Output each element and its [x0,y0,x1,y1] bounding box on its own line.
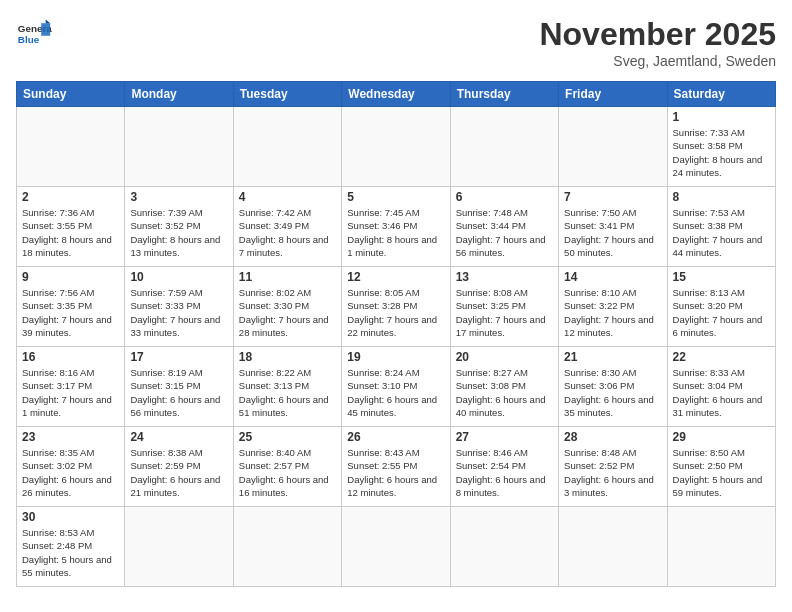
day-info: Sunrise: 7:42 AM Sunset: 3:49 PM Dayligh… [239,206,336,259]
day-number: 22 [673,350,770,364]
day-number: 27 [456,430,553,444]
calendar-week-4: 23Sunrise: 8:35 AM Sunset: 3:02 PM Dayli… [17,427,776,507]
day-number: 6 [456,190,553,204]
logo-icon: General Blue [16,16,52,52]
day-info: Sunrise: 7:39 AM Sunset: 3:52 PM Dayligh… [130,206,227,259]
calendar-cell [17,107,125,187]
title-block: November 2025 Sveg, Jaemtland, Sweden [539,16,776,69]
calendar-cell: 26Sunrise: 8:43 AM Sunset: 2:55 PM Dayli… [342,427,450,507]
calendar-cell [233,507,341,587]
day-number: 2 [22,190,119,204]
calendar-cell: 28Sunrise: 8:48 AM Sunset: 2:52 PM Dayli… [559,427,667,507]
day-info: Sunrise: 8:19 AM Sunset: 3:15 PM Dayligh… [130,366,227,419]
day-info: Sunrise: 8:08 AM Sunset: 3:25 PM Dayligh… [456,286,553,339]
day-number: 3 [130,190,227,204]
day-number: 10 [130,270,227,284]
calendar-cell [125,107,233,187]
calendar-cell [667,507,775,587]
calendar-cell [559,507,667,587]
day-number: 4 [239,190,336,204]
calendar-cell: 23Sunrise: 8:35 AM Sunset: 3:02 PM Dayli… [17,427,125,507]
day-number: 14 [564,270,661,284]
calendar-cell [342,107,450,187]
calendar-cell: 22Sunrise: 8:33 AM Sunset: 3:04 PM Dayli… [667,347,775,427]
day-number: 30 [22,510,119,524]
calendar-cell: 7Sunrise: 7:50 AM Sunset: 3:41 PM Daylig… [559,187,667,267]
calendar-cell: 21Sunrise: 8:30 AM Sunset: 3:06 PM Dayli… [559,347,667,427]
day-number: 29 [673,430,770,444]
calendar-cell: 20Sunrise: 8:27 AM Sunset: 3:08 PM Dayli… [450,347,558,427]
day-number: 20 [456,350,553,364]
calendar-cell [450,507,558,587]
day-info: Sunrise: 7:59 AM Sunset: 3:33 PM Dayligh… [130,286,227,339]
calendar-cell [233,107,341,187]
day-info: Sunrise: 8:10 AM Sunset: 3:22 PM Dayligh… [564,286,661,339]
day-info: Sunrise: 7:36 AM Sunset: 3:55 PM Dayligh… [22,206,119,259]
day-info: Sunrise: 7:50 AM Sunset: 3:41 PM Dayligh… [564,206,661,259]
day-info: Sunrise: 7:33 AM Sunset: 3:58 PM Dayligh… [673,126,770,179]
calendar-cell: 16Sunrise: 8:16 AM Sunset: 3:17 PM Dayli… [17,347,125,427]
day-info: Sunrise: 7:56 AM Sunset: 3:35 PM Dayligh… [22,286,119,339]
day-info: Sunrise: 7:45 AM Sunset: 3:46 PM Dayligh… [347,206,444,259]
calendar-week-0: 1Sunrise: 7:33 AM Sunset: 3:58 PM Daylig… [17,107,776,187]
weekday-monday: Monday [125,82,233,107]
day-number: 26 [347,430,444,444]
day-number: 15 [673,270,770,284]
location-title: Sveg, Jaemtland, Sweden [539,53,776,69]
day-info: Sunrise: 8:50 AM Sunset: 2:50 PM Dayligh… [673,446,770,499]
day-info: Sunrise: 7:53 AM Sunset: 3:38 PM Dayligh… [673,206,770,259]
day-number: 18 [239,350,336,364]
day-number: 17 [130,350,227,364]
calendar-cell: 30Sunrise: 8:53 AM Sunset: 2:48 PM Dayli… [17,507,125,587]
day-number: 25 [239,430,336,444]
day-number: 28 [564,430,661,444]
calendar-cell [342,507,450,587]
calendar-cell: 15Sunrise: 8:13 AM Sunset: 3:20 PM Dayli… [667,267,775,347]
day-info: Sunrise: 7:48 AM Sunset: 3:44 PM Dayligh… [456,206,553,259]
day-info: Sunrise: 8:38 AM Sunset: 2:59 PM Dayligh… [130,446,227,499]
day-number: 19 [347,350,444,364]
svg-marker-2 [41,23,50,36]
day-info: Sunrise: 8:33 AM Sunset: 3:04 PM Dayligh… [673,366,770,419]
calendar-cell: 3Sunrise: 7:39 AM Sunset: 3:52 PM Daylig… [125,187,233,267]
calendar-cell: 12Sunrise: 8:05 AM Sunset: 3:28 PM Dayli… [342,267,450,347]
calendar-cell: 18Sunrise: 8:22 AM Sunset: 3:13 PM Dayli… [233,347,341,427]
calendar-week-5: 30Sunrise: 8:53 AM Sunset: 2:48 PM Dayli… [17,507,776,587]
calendar-cell: 10Sunrise: 7:59 AM Sunset: 3:33 PM Dayli… [125,267,233,347]
weekday-header: SundayMondayTuesdayWednesdayThursdayFrid… [17,82,776,107]
day-info: Sunrise: 8:40 AM Sunset: 2:57 PM Dayligh… [239,446,336,499]
day-info: Sunrise: 8:35 AM Sunset: 3:02 PM Dayligh… [22,446,119,499]
weekday-thursday: Thursday [450,82,558,107]
day-number: 12 [347,270,444,284]
day-number: 24 [130,430,227,444]
weekday-friday: Friday [559,82,667,107]
calendar-week-1: 2Sunrise: 7:36 AM Sunset: 3:55 PM Daylig… [17,187,776,267]
calendar-cell: 5Sunrise: 7:45 AM Sunset: 3:46 PM Daylig… [342,187,450,267]
day-info: Sunrise: 8:22 AM Sunset: 3:13 PM Dayligh… [239,366,336,419]
calendar-week-2: 9Sunrise: 7:56 AM Sunset: 3:35 PM Daylig… [17,267,776,347]
day-info: Sunrise: 8:43 AM Sunset: 2:55 PM Dayligh… [347,446,444,499]
calendar-cell [450,107,558,187]
day-number: 13 [456,270,553,284]
weekday-tuesday: Tuesday [233,82,341,107]
calendar-week-3: 16Sunrise: 8:16 AM Sunset: 3:17 PM Dayli… [17,347,776,427]
day-info: Sunrise: 8:30 AM Sunset: 3:06 PM Dayligh… [564,366,661,419]
day-info: Sunrise: 8:02 AM Sunset: 3:30 PM Dayligh… [239,286,336,339]
day-number: 7 [564,190,661,204]
calendar-cell: 24Sunrise: 8:38 AM Sunset: 2:59 PM Dayli… [125,427,233,507]
calendar-cell: 17Sunrise: 8:19 AM Sunset: 3:15 PM Dayli… [125,347,233,427]
calendar-cell: 1Sunrise: 7:33 AM Sunset: 3:58 PM Daylig… [667,107,775,187]
calendar-body: 1Sunrise: 7:33 AM Sunset: 3:58 PM Daylig… [17,107,776,587]
calendar-cell: 27Sunrise: 8:46 AM Sunset: 2:54 PM Dayli… [450,427,558,507]
day-number: 5 [347,190,444,204]
weekday-sunday: Sunday [17,82,125,107]
day-info: Sunrise: 8:13 AM Sunset: 3:20 PM Dayligh… [673,286,770,339]
calendar-cell: 25Sunrise: 8:40 AM Sunset: 2:57 PM Dayli… [233,427,341,507]
day-info: Sunrise: 8:16 AM Sunset: 3:17 PM Dayligh… [22,366,119,419]
day-number: 1 [673,110,770,124]
weekday-saturday: Saturday [667,82,775,107]
calendar-cell [559,107,667,187]
day-info: Sunrise: 8:48 AM Sunset: 2:52 PM Dayligh… [564,446,661,499]
day-number: 8 [673,190,770,204]
calendar-cell: 9Sunrise: 7:56 AM Sunset: 3:35 PM Daylig… [17,267,125,347]
